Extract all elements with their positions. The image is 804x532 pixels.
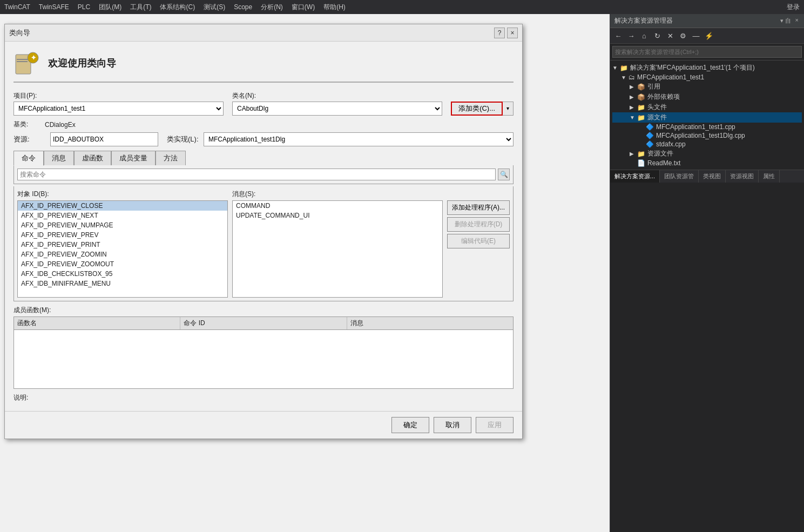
delete-handler-button[interactable]: 删除处理程序(D) — [447, 217, 510, 232]
menu-scope[interactable]: Scope — [234, 3, 252, 11]
settings-button[interactable]: ⚡ — [703, 30, 715, 42]
menu-twinsafe[interactable]: TwinSAFE — [39, 3, 69, 11]
members-body[interactable] — [13, 329, 514, 389]
cpp1-icon: 🔷 — [646, 123, 654, 131]
messages-list[interactable]: COMMAND UPDATE_COMMAND_UI — [232, 200, 443, 298]
pin-button[interactable]: ▾ 自 — [779, 17, 792, 25]
list-item[interactable]: AFX_ID_PREVIEW_PREV — [18, 230, 227, 240]
tree-item-readme[interactable]: 📄 ReadMe.txt — [612, 159, 802, 167]
tab-command[interactable]: 命令 — [13, 151, 44, 166]
list-item[interactable]: AFX_ID_PREVIEW_PRINT — [18, 240, 227, 250]
bottom-tab-resourceview[interactable]: 资源视图 — [726, 170, 759, 183]
login-button[interactable]: 登录 — [787, 3, 800, 12]
edit-code-button[interactable]: 编辑代码(E) — [447, 234, 510, 248]
project-select[interactable]: MFCApplication1_test1 — [13, 102, 224, 116]
menu-tools[interactable]: 工具(T) — [130, 3, 151, 12]
ext-label: 外部依赖项 — [647, 92, 680, 102]
tree-item-cpp2[interactable]: 🔷 MFCApplication1_test1Dlg.cpp — [612, 131, 802, 140]
ref-label: 引用 — [647, 82, 660, 91]
solution-explorer-title-btns: ▾ 自 × — [779, 17, 800, 25]
project-arrow: ▼ — [621, 75, 629, 80]
close-button[interactable]: × — [507, 28, 518, 38]
forward-button[interactable]: → — [625, 30, 637, 42]
list-item[interactable]: AFX_ID_PREVIEW_NEXT — [18, 211, 227, 220]
solution-root[interactable]: ▼ 📁 解决方案'MFCApplication1_test1'(1 个项目) — [612, 63, 802, 73]
desc-label: 说明: — [13, 394, 28, 401]
tab-virtual[interactable]: 虚函数 — [74, 151, 111, 165]
add-class-dropdown-btn[interactable]: ▾ — [503, 102, 514, 116]
resource-impl-row: 资源: 类实现(L): MFCApplication1_test1Dlg — [13, 132, 514, 146]
object-id-panel: 对象 ID(B): AFX_ID_PREVIEW_CLOSE AFX_ID_PR… — [17, 190, 228, 298]
ref-arrow: ▶ — [630, 84, 637, 90]
gear-icon[interactable]: ⚙ — [677, 30, 689, 42]
bottom-tab-solution[interactable]: 解决方案资源... — [610, 170, 660, 183]
cancel-button[interactable]: 取消 — [434, 417, 471, 433]
ok-button[interactable]: 确定 — [391, 417, 429, 433]
tree-item-ref[interactable]: ▶ 📦 引用 — [612, 82, 802, 92]
menu-team[interactable]: 团队(M) — [99, 3, 121, 12]
help-button[interactable]: ? — [494, 28, 505, 38]
search-icon-button[interactable]: 🔍 — [498, 169, 510, 180]
solution-tree: ▼ 📁 解决方案'MFCApplication1_test1'(1 个项目) ▼… — [610, 60, 804, 170]
tab-member-vars[interactable]: 成员变量 — [111, 151, 156, 165]
menu-analysis[interactable]: 分析(N) — [261, 3, 283, 12]
search-row: 🔍 — [13, 165, 514, 184]
stop-button[interactable]: ✕ — [664, 30, 676, 42]
tree-item-resources[interactable]: ▶ 📁 资源文件 — [612, 149, 802, 159]
message-item-update[interactable]: UPDATE_COMMAND_UI — [233, 211, 442, 220]
list-item[interactable]: AFX_IDB_CHECKLISTBOX_95 — [18, 269, 227, 279]
tree-item-external[interactable]: ▶ 📦 外部依赖项 — [612, 92, 802, 102]
menu-help[interactable]: 帮助(H) — [323, 3, 346, 12]
classimpl-group: 类实现(L): MFCApplication1_test1Dlg — [167, 132, 514, 146]
menu-test[interactable]: 测试(S) — [204, 3, 225, 12]
base-class-row: 基类: CDialogEx — [13, 120, 514, 129]
menu-twincat[interactable]: TwinCAT — [4, 3, 30, 11]
menu-window[interactable]: 窗口(W) — [292, 3, 315, 12]
tab-methods[interactable]: 方法 — [156, 151, 186, 165]
class-wizard-dialog: 类向导 ? × ✦ — [4, 24, 523, 439]
src-arrow: ▼ — [630, 115, 637, 120]
solution-label: 解决方案'MFCApplication1_test1'(1 个项目) — [630, 63, 755, 72]
ext-icon: 📦 — [637, 93, 645, 101]
add-handler-button[interactable]: 添加处理程序(A)... — [447, 200, 510, 215]
classimpl-select[interactable]: MFCApplication1_test1Dlg — [204, 132, 514, 146]
add-class-button[interactable]: 添加类(C)... — [451, 102, 503, 116]
menu-plc[interactable]: PLC — [78, 3, 90, 11]
readme-icon: 📄 — [637, 159, 645, 167]
solution-search-input[interactable] — [612, 46, 802, 58]
classname-select[interactable]: CAboutDlg — [232, 102, 442, 116]
list-item[interactable]: AFX_ID_PREVIEW_ZOOMOUT — [18, 259, 227, 269]
wizard-header: ✦ 欢迎使用类向导 — [13, 50, 514, 83]
list-item[interactable]: AFX_IDB_MINIFRAME_MENU — [18, 279, 227, 288]
apply-button[interactable]: 应用 — [476, 417, 514, 433]
object-id-list[interactable]: AFX_ID_PREVIEW_CLOSE AFX_ID_PREVIEW_NEXT… — [17, 200, 228, 298]
search-input[interactable] — [17, 169, 496, 180]
tree-item-source[interactable]: ▼ 📁 源文件 — [612, 112, 802, 123]
hdr-arrow: ▶ — [630, 104, 637, 110]
add-class-container: 添加类(C)... ▾ — [451, 92, 514, 116]
message-item-command[interactable]: COMMAND — [233, 201, 442, 211]
tree-item-stdafx[interactable]: 🔷 stdafx.cpp — [612, 140, 802, 149]
back-button[interactable]: ← — [612, 30, 624, 42]
sol-close-button[interactable]: × — [794, 17, 800, 25]
resource-input[interactable] — [50, 132, 158, 146]
home-button[interactable]: ⌂ — [638, 30, 650, 42]
project-classname-row: 项目(P): MFCApplication1_test1 类名(N): CAbo… — [13, 91, 514, 116]
tree-item-headers[interactable]: ▶ 📁 头文件 — [612, 102, 802, 112]
tab-message[interactable]: 消息 — [44, 151, 74, 165]
list-item[interactable]: AFX_ID_PREVIEW_CLOSE — [18, 201, 227, 211]
bottom-tab-properties[interactable]: 属性 — [759, 170, 780, 183]
minus-button[interactable]: — — [690, 30, 702, 42]
resource-label: 资源: — [13, 134, 46, 144]
two-panel: 对象 ID(B): AFX_ID_PREVIEW_CLOSE AFX_ID_PR… — [17, 190, 510, 298]
refresh-button[interactable]: ↻ — [651, 30, 663, 42]
solution-bottom-tabs: 解决方案资源... 团队资源管 类视图 资源视图 属性 — [610, 170, 804, 183]
list-item[interactable]: AFX_ID_PREVIEW_ZOOMIN — [18, 250, 227, 259]
tree-item-cpp1[interactable]: 🔷 MFCApplication1_test1.cpp — [612, 123, 802, 131]
project-icon: 🗂 — [629, 73, 635, 81]
list-item[interactable]: AFX_ID_PREVIEW_NUMPAGE — [18, 220, 227, 230]
bottom-tab-team[interactable]: 团队资源管 — [660, 170, 699, 183]
menu-arch[interactable]: 体系结构(C) — [160, 3, 195, 12]
project-root[interactable]: ▼ 🗂 MFCApplication1_test1 — [612, 73, 802, 82]
bottom-tab-classview[interactable]: 类视图 — [699, 170, 726, 183]
